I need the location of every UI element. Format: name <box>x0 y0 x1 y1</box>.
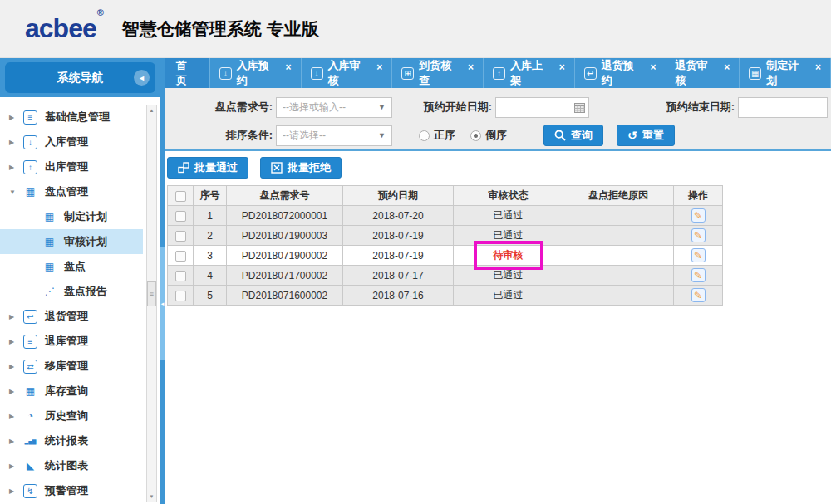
sidebar-item-stocktake-report[interactable]: ⋰ 盘点报告 <box>0 279 143 304</box>
radio-unchecked-icon <box>419 130 430 141</box>
table-row-highlighted: 3 PD2018071900002 2018-07-19 待审核 ✎ <box>168 246 723 266</box>
acbee-logo: acbee® <box>25 13 102 44</box>
row-checkbox[interactable] <box>175 231 186 242</box>
status-badge: 已通过 <box>454 286 563 306</box>
sidebar-item-stocktake[interactable]: ▼ ▦ 盘点管理 <box>0 179 143 204</box>
expand-arrow-icon: ▶ <box>9 139 20 146</box>
tab-inbound-reserve[interactable]: ↓ 入库预约 × <box>210 58 302 88</box>
tab-return-reserve[interactable]: ↩ 退货预约 × <box>575 58 666 88</box>
row-checkbox[interactable] <box>175 271 186 281</box>
tab-make-plan[interactable]: ▦ 制定计划 × <box>740 58 831 88</box>
sidebar-item-stats-report[interactable]: ▶ ▂▅▇ 统计报表 <box>0 428 143 453</box>
sidebar-item-inbound[interactable]: ▶ ↓ 入库管理 <box>0 130 143 154</box>
table-row: 1 PD2018072000001 2018-07-20 已通过 ✎ <box>168 206 723 226</box>
status-cell: 待审核 <box>454 246 563 266</box>
close-icon[interactable]: × <box>650 61 656 73</box>
start-date-input[interactable] <box>496 98 574 117</box>
audit-plan-table: 序号 盘点需求号 预约日期 审核状态 盘点拒绝原因 操作 1 PD2018072… <box>167 185 723 306</box>
sidebar-item-history-query[interactable]: ▶ ◔ 历史查询 <box>0 404 143 428</box>
inbound-arrow-icon: ↓ <box>311 67 323 80</box>
sparkline-icon: ⋰ <box>42 285 57 299</box>
close-icon[interactable]: × <box>559 61 565 73</box>
radio-descending[interactable]: 倒序 <box>470 128 507 143</box>
select-all-checkbox[interactable] <box>175 191 186 202</box>
edit-icon[interactable]: ✎ <box>691 248 706 262</box>
close-icon[interactable]: × <box>376 61 382 73</box>
sidebar-item-audit-plan[interactable]: ▦ 审核计划 <box>0 229 143 254</box>
table-grid-icon: ▦ <box>23 384 37 399</box>
inbound-arrow-icon: ↓ <box>23 135 37 149</box>
row-checkbox[interactable] <box>175 251 186 262</box>
expand-arrow-icon: ▶ <box>9 313 20 321</box>
calendar-icon[interactable] <box>574 102 585 113</box>
sidebar-item-stocktake-run[interactable]: ▦ 盘点 <box>0 254 143 279</box>
sidebar-item-transfer[interactable]: ▶ ⇄ 移库管理 <box>0 354 143 379</box>
sidebar-item-inventory-query[interactable]: ▶ ▦ 库存查询 <box>0 379 143 404</box>
sort-select[interactable]: --请选择-- ▼ <box>276 125 392 146</box>
top-bar: acbee® 智慧仓储管理系统 专业版 <box>0 0 831 58</box>
shelve-box-icon: ↑ <box>493 67 505 80</box>
expand-arrow-icon: ▶ <box>9 413 20 420</box>
tab-bar: 首页 ↓ 入库预约 × ↓ 入库审核 × ⊞ 到货核查 × ↑ 入库上架 × ↩… <box>165 58 831 88</box>
trademark-symbol: ® <box>97 7 103 17</box>
close-icon[interactable]: × <box>724 61 730 73</box>
grip-icon: ≡ <box>150 290 154 298</box>
sidebar-item-outbound[interactable]: ▶ ↑ 出库管理 <box>0 154 143 179</box>
sidebar-item-return-goods[interactable]: ▶ ↩ 退货管理 <box>0 304 143 329</box>
tab-home[interactable]: 首页 <box>165 58 210 88</box>
col-operation: 操作 <box>674 186 723 206</box>
calendar-plan-icon: ▦ <box>749 67 761 80</box>
batch-approve-button[interactable]: 批量通过 <box>167 157 248 179</box>
app-title: 智慧仓储管理系统 专业版 <box>122 17 319 41</box>
tab-return-audit[interactable]: 退货审核 × <box>666 58 740 88</box>
content-area: 批量通过 批量拒绝 序号 盘点需求号 预约日期 审核状态 盘点拒绝原因 操作 <box>165 151 831 306</box>
row-checkbox[interactable] <box>175 291 186 301</box>
sidebar-item-make-plan[interactable]: ▦ 制定计划 <box>0 204 143 229</box>
sidebar-item-return-store[interactable]: ▶ ≡ 退库管理 <box>0 329 143 354</box>
main-area: 首页 ↓ 入库预约 × ↓ 入库审核 × ⊞ 到货核查 × ↑ 入库上架 × ↩… <box>165 58 831 504</box>
sort-label: 排序条件: <box>165 128 273 143</box>
end-date-input[interactable] <box>739 98 827 117</box>
status-badge: 已通过 <box>454 206 563 226</box>
expand-arrow-icon: ▶ <box>9 338 20 345</box>
table-row: 5 PD2018071600002 2018-07-16 已通过 ✎ <box>168 286 723 306</box>
calendar-audit-icon: ▦ <box>42 235 57 249</box>
edit-icon[interactable]: ✎ <box>691 208 706 223</box>
document-icon: ≡ <box>23 110 37 125</box>
sidebar-collapse-button[interactable]: ◄ <box>134 70 150 86</box>
tab-arrival-check[interactable]: ⊞ 到货核查 × <box>392 58 484 88</box>
col-seq: 序号 <box>194 186 227 206</box>
row-checkbox[interactable] <box>175 211 186 222</box>
expand-arrow-icon: ▶ <box>9 164 20 171</box>
reset-button[interactable]: ↺ 重置 <box>617 125 675 146</box>
sidebar-scrollbar[interactable]: ▲ ≡ ▼ <box>146 105 157 502</box>
scroll-down-icon[interactable]: ▼ <box>147 492 156 502</box>
chevron-left-icon: ◄ <box>138 74 145 82</box>
batch-reject-button[interactable]: 批量拒绝 <box>260 157 342 179</box>
close-icon[interactable]: × <box>815 61 821 73</box>
col-req-no: 盘点需求号 <box>227 186 343 206</box>
radio-ascending[interactable]: 正序 <box>419 128 455 143</box>
tab-inbound-audit[interactable]: ↓ 入库审核 × <box>302 58 393 88</box>
edit-icon[interactable]: ✎ <box>691 288 706 302</box>
scrollbar-thumb[interactable]: ≡ <box>147 281 156 306</box>
sidebar-item-alert[interactable]: ▶ ↯ 预警管理 <box>0 478 143 503</box>
edit-icon[interactable]: ✎ <box>691 268 706 282</box>
sidebar: 系统导航 ◄ ▶ ≡ 基础信息管理 ▶ ↓ 入库管理 ▶ ↑ 出库管理 ▼ ▦ … <box>0 58 160 504</box>
expand-arrow-icon: ▶ <box>9 114 20 121</box>
scroll-up-icon[interactable]: ▲ <box>147 105 156 115</box>
order-radio-group: 正序 倒序 <box>419 128 507 143</box>
sidebar-title: 系统导航 <box>5 62 155 93</box>
sidebar-item-base-info[interactable]: ▶ ≡ 基础信息管理 <box>0 105 143 130</box>
close-icon[interactable]: × <box>468 61 474 73</box>
tab-inbound-shelve[interactable]: ↑ 入库上架 × <box>484 58 575 88</box>
end-date-label: 预约结束日期: <box>639 100 735 115</box>
edit-icon[interactable]: ✎ <box>691 228 706 242</box>
expand-arrow-icon: ▶ <box>9 438 20 445</box>
search-button[interactable]: 查询 <box>543 125 603 146</box>
area-chart-icon: ◣ <box>23 459 37 473</box>
clock-icon: ◔ <box>23 409 37 423</box>
close-icon[interactable]: × <box>286 61 292 73</box>
sidebar-item-stats-chart[interactable]: ▶ ◣ 统计图表 <box>0 453 143 478</box>
req-no-select[interactable]: --选择或输入-- ▼ <box>276 97 392 118</box>
